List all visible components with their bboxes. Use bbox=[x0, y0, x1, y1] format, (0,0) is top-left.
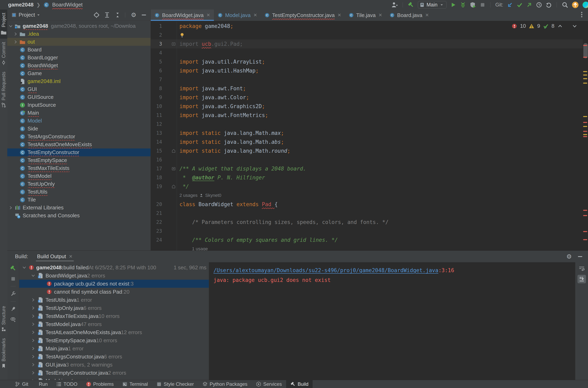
chevron-right-icon[interactable] bbox=[31, 338, 36, 343]
tool-window-button-commit[interactable]: Commit bbox=[0, 39, 7, 69]
status-bar-item-build[interactable]: Build bbox=[286, 380, 313, 388]
code-line-7[interactable]: 7 bbox=[151, 75, 583, 84]
pin-tab-button-icon[interactable] bbox=[10, 306, 16, 312]
chevron-right-icon[interactable] bbox=[31, 346, 36, 351]
project-tree-item-.idea[interactable]: .idea bbox=[7, 30, 151, 38]
error-stripe-mark[interactable] bbox=[583, 57, 587, 58]
tool-window-button-structure[interactable]: Structure bbox=[0, 303, 7, 335]
project-tree-item-external libraries[interactable]: External Libraries bbox=[7, 204, 151, 212]
fold-marker-icon[interactable] bbox=[171, 149, 176, 153]
editor-tab-testemptyconstructor.java[interactable]: C TestEmptyConstructor.java ✕ bbox=[261, 9, 345, 21]
project-tree-item-scratches and consoles[interactable]: Scratches and Consoles bbox=[7, 212, 151, 219]
editor-scrollbar[interactable] bbox=[583, 21, 588, 250]
chevron-right-icon[interactable] bbox=[31, 314, 36, 318]
status-bar-item-run[interactable]: Run bbox=[33, 380, 52, 388]
ide-update-badge-icon[interactable] bbox=[572, 1, 579, 8]
error-stripe-mark[interactable] bbox=[583, 239, 587, 240]
project-tree-item-testmaxtileexists[interactable]: CTestMaxTileExists bbox=[7, 164, 151, 172]
chevron-down-icon[interactable] bbox=[36, 13, 41, 17]
git-push-button-icon[interactable] bbox=[526, 2, 532, 8]
code-line-15[interactable]: 15 import static java.lang.Math.round; bbox=[151, 146, 583, 155]
build-tree-row[interactable]: cannot find symbol class Pad :20 bbox=[19, 288, 209, 296]
settings-gear-icon[interactable]: ⚙ bbox=[566, 253, 572, 260]
project-tree-item-boardlogger[interactable]: CBoardLogger bbox=[7, 54, 151, 62]
project-tree-item-main[interactable]: CMain bbox=[7, 109, 151, 117]
close-icon[interactable]: ✕ bbox=[206, 13, 210, 18]
tool-window-button-bookmarks[interactable]: Bookmarks bbox=[0, 335, 7, 372]
soft-wrap-button[interactable] bbox=[579, 266, 585, 271]
editor-tab-model.java[interactable]: C Model.java ✕ bbox=[214, 9, 261, 21]
close-icon[interactable]: ✕ bbox=[338, 13, 341, 18]
code-editor[interactable]: 1 package game2048; 2 3 import ucb.gui2.… bbox=[151, 21, 588, 250]
build-tree-row[interactable]: package ucb.gui2 does not exist :3 bbox=[19, 280, 209, 288]
code-line-6[interactable]: 6 import java.util.HashMap; bbox=[151, 66, 583, 75]
error-stripe-mark[interactable] bbox=[583, 126, 587, 127]
inlay-hint[interactable]: 2 usagesSkynet0 bbox=[151, 191, 583, 200]
next-problem-button[interactable] bbox=[572, 23, 577, 29]
build-tree-row[interactable]: JGUI.java 3 errors, 2 warnings bbox=[19, 361, 209, 369]
fold-marker-icon[interactable] bbox=[171, 184, 176, 189]
project-tree-item-game[interactable]: CGame bbox=[7, 70, 151, 77]
project-tree-item-testatleastonemoveexists[interactable]: CTestAtLeastOneMoveExists bbox=[7, 141, 151, 148]
warning-count[interactable]: 9 bbox=[537, 23, 540, 29]
code-line-3[interactable]: 3 import ucb.gui2.Pad; bbox=[151, 40, 583, 48]
status-bar-item-python-packages[interactable]: Python Packages bbox=[198, 380, 252, 388]
chevron-right-icon[interactable] bbox=[13, 40, 18, 44]
build-settings-button-icon[interactable] bbox=[10, 291, 16, 297]
code-line-9[interactable]: 9 import java.awt.Color; bbox=[151, 93, 583, 102]
scroll-to-end-button[interactable] bbox=[577, 275, 586, 283]
build-tree-row[interactable]: JTestModel.java 47 errors bbox=[19, 320, 209, 328]
build-tree-row[interactable]: JBoardWidget.java 2 errors bbox=[19, 271, 209, 280]
build-tree-row[interactable]: JTestUtils.java 1 error bbox=[19, 296, 209, 304]
git-history-button-icon[interactable] bbox=[536, 2, 542, 8]
code-line-2[interactable]: 2 bbox=[151, 31, 583, 40]
close-icon[interactable]: ✕ bbox=[378, 13, 382, 18]
error-stripe-mark[interactable] bbox=[583, 136, 587, 137]
code-line-10[interactable]: 10 import java.awt.Graphics2D; bbox=[151, 102, 583, 111]
build-tree-row[interactable]: JModel.java 1 warning bbox=[19, 377, 209, 380]
project-tree-item-testuponly[interactable]: CTestUpOnly bbox=[7, 180, 151, 188]
code-line-21[interactable]: 21 bbox=[151, 209, 583, 218]
project-tree-item-boardwidget[interactable]: CBoardWidget bbox=[7, 62, 151, 70]
tool-window-button-project[interactable]: Project bbox=[0, 9, 7, 39]
chevron-right-icon[interactable] bbox=[13, 32, 18, 36]
chevron-right-icon[interactable] bbox=[31, 306, 36, 311]
tool-window-button-pull-requests[interactable]: Pull Requests bbox=[0, 69, 7, 111]
status-bar-item-services[interactable]: Services bbox=[252, 380, 286, 388]
project-tree-item-testmodel[interactable]: CTestModel bbox=[7, 172, 151, 180]
select-opened-file-button[interactable] bbox=[93, 12, 100, 18]
close-icon[interactable]: ✕ bbox=[253, 13, 257, 18]
error-stripe-mark[interactable] bbox=[583, 131, 587, 132]
code-line-5[interactable]: 5 import java.util.ArrayList; bbox=[151, 57, 583, 66]
project-tree-item-testutils[interactable]: CTestUtils bbox=[7, 188, 151, 196]
error-stripe-mark[interactable] bbox=[583, 122, 587, 123]
build-tree-row[interactable]: JTestMaxTileExists.java 10 errors bbox=[19, 312, 209, 320]
run-button-icon[interactable] bbox=[450, 2, 456, 8]
hide-panel-button[interactable] bbox=[577, 254, 583, 260]
hide-panel-button[interactable] bbox=[141, 12, 147, 18]
close-icon[interactable]: ✕ bbox=[69, 254, 72, 259]
code-line-22[interactable]: 22 /* Parameters controlling sizes, spee… bbox=[151, 218, 583, 227]
breadcrumb-project[interactable]: game2048 bbox=[8, 2, 34, 8]
code-line-11[interactable]: 11 import java.awt.FontMetrics; bbox=[151, 111, 583, 120]
stop-build-button-icon[interactable] bbox=[10, 276, 16, 282]
editor-tab-tile.java[interactable]: C Tile.java ✕ bbox=[345, 9, 386, 21]
error-count[interactable]: 10 bbox=[520, 23, 526, 29]
expand-all-button[interactable] bbox=[104, 12, 110, 18]
code-line-16[interactable]: 16 bbox=[151, 155, 583, 164]
close-icon[interactable]: ✕ bbox=[425, 13, 429, 18]
editor-tab-boardwidget.java[interactable]: C BoardWidget.java ✕ bbox=[151, 9, 214, 21]
view-options-button-icon[interactable] bbox=[10, 316, 16, 323]
breadcrumb-class[interactable]: BoardWidget bbox=[52, 2, 83, 8]
error-stripe-mark[interactable] bbox=[583, 78, 587, 79]
code-line-18[interactable]: 18 * @author P. N. Hilfinger bbox=[151, 173, 583, 182]
code-line-17[interactable]: 17 /** A widget that displays a 2048 boa… bbox=[151, 164, 583, 173]
code-line-13[interactable]: 13 import static java.lang.Math.max; bbox=[151, 129, 583, 138]
editor-tab-board.java[interactable]: C Board.java ✕ bbox=[386, 9, 433, 21]
collapse-all-button[interactable] bbox=[114, 12, 121, 18]
error-stripe-mark[interactable] bbox=[583, 134, 587, 135]
rerun-build-button-icon[interactable] bbox=[10, 265, 16, 271]
build-output-tab[interactable]: Build Output ✕ bbox=[37, 253, 73, 260]
build-tree-row[interactable]: JTestAtLeastOneMoveExists.java 12 errors bbox=[19, 328, 209, 336]
code-line-4[interactable]: 4 bbox=[151, 48, 583, 57]
